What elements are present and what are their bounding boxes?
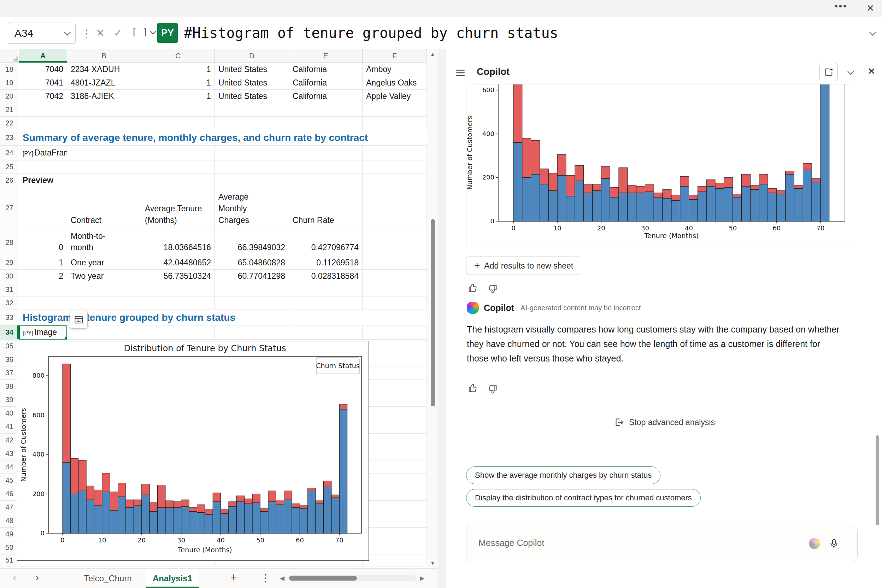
window-close-icon[interactable]: ✕ [867, 3, 874, 14]
row-header-43[interactable]: 43 [0, 447, 19, 460]
column-header-D[interactable]: D [215, 49, 289, 63]
cell-B24[interactable] [67, 146, 141, 160]
cell-B29[interactable]: One year [67, 256, 141, 270]
cell-A34[interactable]: [PY]Image [19, 326, 67, 340]
cell-C20[interactable]: 1 [141, 90, 215, 103]
cell-F20[interactable]: Apple Valley [363, 90, 427, 103]
horizontal-scrollbar[interactable] [289, 575, 416, 581]
row-header-19[interactable]: 19 [0, 76, 19, 90]
select-all-corner[interactable] [0, 49, 19, 63]
row-header-49[interactable]: 49 [0, 528, 19, 541]
message-copilot-input[interactable]: Message Copilot [466, 526, 858, 561]
cell-E28[interactable]: 0.427096774 [289, 229, 363, 256]
cell-F45[interactable] [363, 474, 427, 487]
cell-C25[interactable] [141, 160, 215, 174]
name-box-chevron-icon[interactable] [64, 29, 70, 35]
cell-C27[interactable]: Average Tenure (Months) [141, 187, 215, 229]
row-header-27[interactable]: 27 [0, 187, 19, 229]
cell-A23-heading[interactable]: Summary of average tenure, monthly charg… [19, 130, 427, 146]
cell-C32[interactable] [141, 297, 215, 310]
cell-D25[interactable] [215, 160, 289, 174]
thumbs-up-icon[interactable] [468, 382, 479, 395]
column-header-B[interactable]: B [67, 49, 141, 63]
cell-E18[interactable]: California [289, 63, 363, 76]
cell-D32[interactable] [215, 297, 289, 310]
cell-F35[interactable] [363, 340, 427, 353]
thumbs-up-icon[interactable] [468, 282, 479, 295]
cell-D30[interactable]: 60.77041298 [215, 270, 289, 283]
cell-B31[interactable] [67, 283, 141, 297]
cell-F44[interactable] [363, 460, 427, 474]
cell-D20[interactable]: United States [215, 90, 289, 103]
cell-F43[interactable] [363, 447, 427, 460]
cell-F28[interactable] [363, 229, 427, 256]
cell-D28[interactable]: 66.39849032 [215, 229, 289, 256]
cell-A24[interactable]: [PY]DataFrame [19, 146, 67, 160]
column-header-A[interactable]: A [19, 49, 67, 63]
cell-E19[interactable]: California [289, 76, 363, 90]
row-header-41[interactable]: 41 [0, 420, 19, 434]
cell-A22[interactable] [19, 117, 67, 130]
column-header-C[interactable]: C [141, 49, 215, 63]
cell-B32[interactable] [67, 297, 141, 310]
cell-C28[interactable]: 18.03664516 [141, 229, 215, 256]
scroll-right-icon[interactable]: ▶ [420, 574, 424, 582]
cell-F30[interactable] [363, 270, 427, 283]
cell-D18[interactable]: United States [215, 63, 289, 76]
cell-B26[interactable] [67, 174, 141, 187]
row-header-23[interactable]: 23 [0, 130, 19, 146]
cell-C22[interactable] [141, 117, 215, 130]
cell-F48[interactable] [363, 514, 427, 528]
cell-F41[interactable] [363, 420, 427, 434]
cell-F34[interactable] [363, 326, 427, 340]
name-box[interactable]: A34 [8, 22, 76, 44]
cell-F27[interactable] [363, 187, 427, 229]
cell-B25[interactable] [67, 160, 141, 174]
cell-B19[interactable]: 4801-JZAZL [67, 76, 141, 90]
tab-nav-right-icon[interactable]: › [35, 571, 39, 584]
sheet-menu-kebab-icon[interactable]: ⋮ [261, 572, 271, 584]
cell-E26[interactable] [289, 174, 363, 187]
cell-A26[interactable]: Preview [19, 174, 67, 187]
cell-C24[interactable] [141, 146, 215, 160]
copilot-input-logo-icon[interactable] [809, 538, 820, 549]
row-header-20[interactable]: 20 [0, 90, 19, 103]
cell-F22[interactable] [363, 117, 427, 130]
python-object-type-icon[interactable]: [ ] [132, 27, 156, 37]
cell-E27[interactable]: Churn Rate [289, 187, 363, 229]
cell-C26[interactable] [141, 174, 215, 187]
row-header-37[interactable]: 37 [0, 366, 19, 380]
cell-A32[interactable] [19, 297, 67, 310]
cell-E32[interactable] [289, 297, 363, 310]
row-header-26[interactable]: 26 [0, 174, 19, 187]
cell-F46[interactable] [363, 487, 427, 501]
cell-A27[interactable] [19, 187, 67, 229]
fill-handle[interactable] [64, 337, 67, 340]
confirm-icon[interactable]: ✓ [114, 27, 122, 39]
collapse-panel-chevron-icon[interactable] [848, 68, 854, 75]
cell-D21[interactable] [215, 103, 289, 117]
vertical-scroll-thumb[interactable] [431, 219, 435, 406]
cell-F39[interactable] [363, 393, 427, 407]
cell-A30[interactable]: 2 [19, 270, 67, 283]
cell-A31[interactable] [19, 283, 67, 297]
row-header-45[interactable]: 45 [0, 474, 19, 487]
cell-A28[interactable]: 0 [19, 229, 67, 256]
cell-F51[interactable] [363, 554, 427, 567]
tab-nav-left-icon[interactable]: ‹ [13, 571, 16, 584]
vertical-scrollbar[interactable]: ▲ ▼ [427, 49, 438, 568]
sheet-tab-telco-churn[interactable]: Telco_Churn [78, 568, 138, 588]
cell-C30[interactable]: 56.73510324 [141, 270, 215, 283]
row-header-28[interactable]: 28 [0, 229, 19, 256]
cell-F36[interactable] [363, 353, 427, 366]
cell-D26[interactable] [215, 174, 289, 187]
stop-advanced-analysis-button[interactable]: Stop advanced analysis [446, 417, 882, 428]
formula-bar-kebab-icon[interactable]: ⋮ [81, 27, 92, 40]
thumbs-down-icon[interactable] [487, 382, 498, 395]
row-header-48[interactable]: 48 [0, 514, 19, 528]
row-header-34[interactable]: 34 [0, 326, 19, 340]
scroll-down-icon[interactable]: ▼ [427, 560, 438, 566]
cell-B20[interactable]: 3186-AJIEK [67, 90, 141, 103]
cell-C31[interactable] [141, 283, 215, 297]
cell-F37[interactable] [363, 366, 427, 380]
